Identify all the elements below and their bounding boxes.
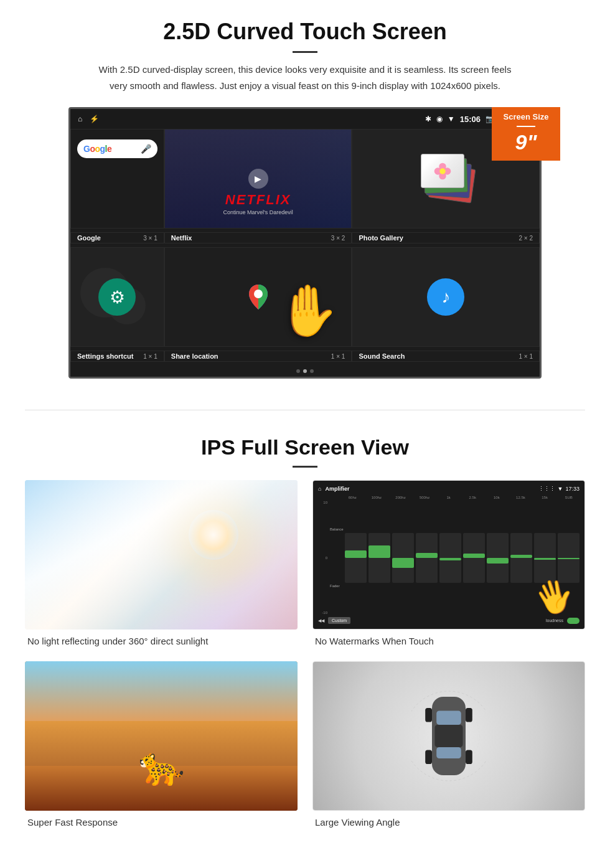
google-logo: Google [83,144,111,154]
home-icon-amp: ⌂ [318,486,321,492]
gallery-label-cell: Photo Gallery 2 × 2 [352,232,540,243]
google-label-cell: Google 3 × 1 [70,232,164,243]
app-grid-top: Google 🎤 ▶ NETFLIX Continue Marvel's Dar… [70,129,540,229]
section2-divider [293,466,317,468]
slider-fill-8 [510,555,532,558]
amp-icons: ⋮⋮⋮ ▼ 17:33 [538,486,580,492]
db-0: 0 [318,556,327,560]
section-separator [25,410,585,410]
badge-size: 9" [495,130,556,154]
svg-rect-12 [425,708,432,722]
status-bar: ⌂ ⚡ ✱ ◉ ▼ 15:06 📷 🔊 ✕ ▭ [70,109,540,129]
feature-watermark: ⌂ Amplifier ⋮⋮⋮ ▼ 17:33 60hz 100hz 200hz [312,480,585,646]
svg-rect-15 [466,750,472,765]
freq-200: 200hz [390,496,411,499]
amp-custom-button[interactable]: Custom [328,617,350,624]
settings-icon: ⚙ [98,278,136,316]
netflix-dim: 3 × 2 [331,235,345,242]
slider-6 [463,533,485,583]
slider-7 [487,533,509,583]
status-left: ⌂ ⚡ [78,115,99,123]
curved-touch-section: 2.5D Curved Touch Screen With 2.5D curve… [0,0,610,391]
svg-rect-13 [466,708,472,722]
google-label: Google [77,234,101,242]
amp-toggle[interactable] [567,618,580,624]
gallery-dim: 2 × 2 [518,235,533,242]
settings-app-cell[interactable]: ⚙ [70,247,164,347]
freq-labels: 60hz 100hz 200hz 500hz 1k 2.5k 10k 12.5k… [318,496,580,499]
screen-size-badge: Screen Size 9" [492,107,560,161]
amp-image: ⌂ Amplifier ⋮⋮⋮ ▼ 17:33 60hz 100hz 200hz [312,480,585,630]
dot-2 [303,369,307,373]
location-icon: ◉ [436,115,443,123]
amp-title: Amplifier [325,486,349,492]
sunlight-label: No light reflecting under 360° direct su… [25,636,298,646]
freq-12k5: 12.5k [510,496,532,499]
amp-time: 17:33 [565,486,580,492]
db-labels: 10 0 -10 [318,501,327,615]
svg-rect-10 [436,747,461,758]
label-row-top: Google 3 × 1 Netflix 3 × 2 Photo Gallery… [70,229,540,247]
feature-cheetah: 🐆 Super Fast Response [25,661,298,828]
settings-label: Settings shortcut [77,352,133,360]
sound-search-cell[interactable]: ♪ [352,247,540,347]
feature-sunlight: No light reflecting under 360° direct su… [25,480,298,646]
section1-description: With 2.5D curved-display screen, this de… [93,62,517,93]
google-dim: 3 × 1 [143,235,157,242]
slider-2 [368,533,390,583]
slider-fill-2 [368,545,390,558]
slider-5 [439,533,461,583]
share-location-cell[interactable]: 🤚 [164,247,352,347]
share-label: Share location [171,352,218,360]
netflix-subtitle: Continue Marvel's Daredevil [165,209,352,215]
netflix-logo: NETFLIX [165,192,352,208]
freq-100: 100hz [366,496,388,499]
google-app-cell[interactable]: Google 🎤 [70,129,164,229]
slider-fill-7 [487,558,509,564]
balance-label: Balance [330,527,342,531]
svg-rect-9 [436,711,461,725]
amp-header: ⌂ Amplifier ⋮⋮⋮ ▼ 17:33 [318,486,580,492]
usb-icon: ⚡ [90,115,99,123]
amp-screen: ⌂ Amplifier ⋮⋮⋮ ▼ 17:33 60hz 100hz 200hz [313,481,584,629]
sky-bg [25,661,298,721]
status-time: 15:06 [460,115,481,124]
settings-label-cell: Settings shortcut 1 × 1 [70,351,164,362]
maps-svg [243,281,274,313]
loudness-text: loudness [546,618,563,623]
netflix-app-cell[interactable]: ▶ NETFLIX Continue Marvel's Daredevil [164,129,352,229]
slider-fill-6 [463,554,485,557]
app-grid-bottom: ⚙ 🤚 ♪ [70,247,540,347]
amp-footer: ◀◀ Custom loudness [318,617,580,624]
slider-9 [534,533,556,583]
section1-title: 2.5D Curved Touch Screen [37,19,573,45]
title-divider [293,51,317,53]
svg-rect-14 [425,750,432,765]
home-icon: ⌂ [78,115,82,123]
amp-back-icon: ◀◀ [318,618,324,623]
section2-title: IPS Full Screen View [25,435,585,460]
freq-2k5: 2.5k [462,496,484,499]
light-overlay [25,480,298,630]
svg-rect-11 [435,725,463,747]
google-search-bar[interactable]: Google 🎤 [77,139,157,158]
google-maps-icon [243,281,274,313]
sunlight-visual [25,480,298,630]
gallery-card-top [421,154,464,188]
sound-label: Sound Search [359,352,405,360]
music-icon: ♪ [427,278,464,316]
slider-fill-4 [416,553,438,558]
wifi-icon: ▼ [448,115,455,123]
svg-point-5 [254,290,263,298]
freq-60: 60hz [342,496,364,499]
play-button[interactable]: ▶ [248,169,268,189]
cheetah-label: Super Fast Response [25,817,298,828]
ips-section: IPS Full Screen View No light reflecting… [0,429,610,840]
label-row-bottom: Settings shortcut 1 × 1 Share location 1… [70,347,540,366]
share-label-cell: Share location 1 × 1 [164,351,352,362]
mic-icon: 🎤 [141,144,151,154]
slider-8 [510,533,532,583]
slider-fill-5 [439,558,461,560]
slider-3 [392,533,414,583]
settings-dim: 1 × 1 [143,353,157,360]
